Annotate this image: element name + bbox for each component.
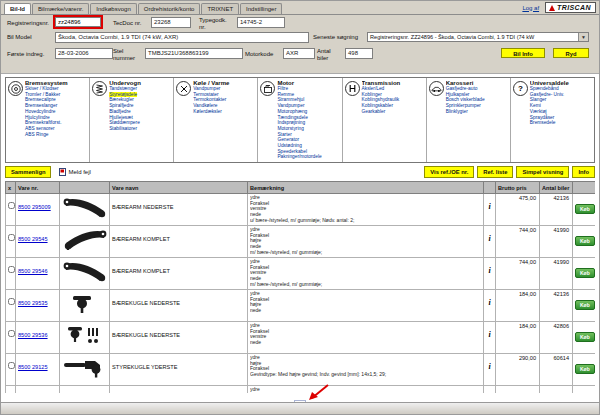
tab-indstillinger[interactable]: Indstillinger [240, 3, 282, 14]
motorkode-value: AXR [283, 48, 315, 59]
brake-disc-icon[interactable] [8, 81, 23, 96]
tab-bil-id[interactable]: Bil-Id [4, 3, 31, 14]
category-link-koblingskabler[interactable]: Koblingskabler [362, 103, 393, 109]
row-checkbox[interactable] [8, 234, 15, 241]
category-link-stabilisatorer[interactable]: Stabilisatorer [109, 126, 137, 132]
simpel-visning-button[interactable]: Simpel visning [516, 166, 569, 178]
category-link-spændebånd[interactable]: Spændebånd [530, 86, 559, 92]
category-link-tandstænger[interactable]: Tandstænger [109, 86, 137, 92]
part-number-link[interactable]: 8500 29536 [18, 332, 48, 338]
part-name: BÆREARM KOMPLET [112, 236, 170, 242]
category-karosseri: KarosseriGasfjedre-autoHjulkapslerBosch … [427, 78, 511, 162]
buy-button[interactable]: Køb [575, 268, 595, 278]
category-link-skiver-klodser[interactable]: Skiver / Klodser [25, 86, 59, 92]
registration-input[interactable] [55, 17, 101, 27]
price: 744,00 [496, 258, 540, 290]
category-link-abs-ringe[interactable]: ABS Ringe [25, 132, 48, 138]
tab-bilmærke-varenr[interactable]: Bilmærke/varenr. [32, 3, 89, 14]
category-link-aksler-led[interactable]: Aksler/Led [362, 86, 385, 92]
tab-ordrehistorik-konto[interactable]: Ordrehistorik/konto [138, 3, 201, 14]
bil-info-button[interactable]: Bil Info [501, 48, 545, 58]
category-link-sprinklerpumper[interactable]: Sprinklerpumper [446, 103, 481, 109]
part-name: BÆREARM KOMPLET [112, 268, 170, 274]
part-name: BÆREKUGLE NEDERSTE [112, 300, 180, 306]
info-icon[interactable]: i [488, 266, 490, 275]
ryd-button[interactable]: Ryd [553, 48, 589, 58]
meld-fejl-link[interactable]: Meld fejl [59, 168, 90, 176]
vehicle-header: Registreringsnr. TecDoc nr. 23268 Typego… [1, 15, 599, 74]
buy-button[interactable]: Køb [575, 236, 595, 246]
col-info [484, 182, 496, 194]
fan-icon[interactable] [176, 81, 191, 96]
typegodk-value[interactable]: 14745-2 [237, 17, 285, 28]
category-panel: BremsesystemSkiver / KlodserTromler / Ba… [5, 77, 595, 163]
category-link-hovedcylindre[interactable]: Hovedcylindre [25, 109, 55, 115]
part-number-link[interactable]: 8500 29125 [18, 364, 48, 370]
info-button[interactable]: Info [572, 166, 595, 178]
category-link-gasfjedre-auto[interactable]: Gasfjedre-auto [446, 86, 478, 92]
part-image-ball-joint-kit [62, 333, 106, 350]
sammenlign-button[interactable]: Sammenlign [5, 166, 51, 178]
category-link-udstødning[interactable]: Udstødning [277, 143, 302, 149]
category-link-filtre[interactable]: Filtre [277, 86, 288, 92]
log-off-link[interactable]: Log af [522, 5, 539, 11]
buy-button[interactable]: Køb [575, 300, 595, 310]
category-link-blinklygter[interactable]: Blinklygter [446, 109, 468, 115]
stel-label: Stel nummer [113, 48, 137, 61]
category-link-kølerdæksler[interactable]: Kølerdæksler [193, 109, 222, 115]
triscan-logo: TRISCAN [545, 2, 596, 13]
category-link-pakninger-motordele[interactable]: Pakninger/motordele [277, 154, 321, 160]
info-icon[interactable]: i [488, 362, 490, 371]
remark-line: nede [250, 340, 481, 346]
question-icon[interactable]: ? [513, 81, 528, 96]
price: 744,00 [496, 226, 540, 258]
category-link-vandkølere[interactable]: Vandkølere [193, 103, 217, 109]
bilmodel-value: Škoda, Octavia Combi, 1.9 TDI (74 kW, AX… [55, 32, 309, 43]
part-number-link[interactable]: 8500 29546 [18, 268, 48, 274]
category-link-spiralfjedre[interactable]: Spiralfjedre [109, 103, 133, 109]
category-link-motorophæng[interactable]: Motorophæng [277, 109, 307, 115]
engine-icon[interactable] [260, 81, 275, 96]
car-icon[interactable] [429, 81, 444, 96]
row-checkbox[interactable] [8, 362, 15, 369]
suspension-icon[interactable] [92, 81, 107, 96]
category-link-motorstyring[interactable]: Motorstyring [277, 126, 303, 132]
buy-button[interactable]: Køb [575, 204, 595, 214]
transmission-icon[interactable] [345, 81, 360, 96]
category-link-bremsedele[interactable]: Bremsedele [530, 120, 556, 126]
part-number-link[interactable]: 8500 295009 [18, 204, 51, 210]
info-icon[interactable]: i [488, 234, 490, 243]
part-name: BÆREARM NEDERSTE [112, 204, 174, 210]
part-number-link[interactable]: 8500 29545 [18, 236, 48, 242]
category-motor: MotorFiltreRemmeStrammehjulVandpumperMot… [258, 78, 342, 162]
buy-button[interactable]: Køb [575, 332, 595, 342]
category-link-gearkabler[interactable]: Gearkabler [362, 109, 386, 115]
tab-indkøbsvogn[interactable]: Indkøbsvogn [90, 3, 136, 14]
row-checkbox[interactable] [8, 298, 15, 305]
part-number-link[interactable]: 8500 29535 [18, 300, 48, 306]
category-link-bremseslanger[interactable]: Bremseslanger [25, 103, 57, 109]
buy-button[interactable]: Køb [575, 364, 595, 374]
info-icon[interactable]: i [488, 298, 490, 307]
row-checkbox[interactable] [8, 202, 15, 209]
horizontal-scrollbar[interactable] [1, 402, 599, 414]
info-icon[interactable]: i [488, 202, 490, 211]
ref-liste-button[interactable]: Ref. liste [477, 166, 513, 178]
part-image-control-arm-left [62, 205, 108, 222]
tab-trixnet[interactable]: TRIXNET [201, 3, 239, 14]
category-link-vandpumper[interactable]: Vandpumper [277, 103, 304, 109]
row-checkbox[interactable] [8, 330, 15, 337]
car-count: 41990 [540, 226, 573, 258]
seneste-dropdown[interactable]: Registreringsnr. ZZ24896 - Škoda, Octavi… [367, 32, 589, 42]
vis-ref-oe-nr-button[interactable]: Vis ref./OE nr. [424, 166, 474, 178]
table-row: 8500 29125STYREKUGLE YDERSTEydrehøjreFor… [6, 354, 596, 386]
car-count: 42136 [540, 194, 573, 226]
category-link-kemi[interactable]: Kemi [530, 103, 541, 109]
category-link-bladfjedre[interactable]: Bladfjedre [109, 109, 131, 115]
chevron-down-icon[interactable]: ▼ [578, 33, 588, 41]
category-link-abs-sensorer[interactable]: ABS sensorer [25, 126, 55, 132]
category-link-vandpumper[interactable]: Vandpumper [193, 86, 220, 92]
row-checkbox[interactable] [8, 266, 15, 273]
info-icon[interactable]: i [488, 330, 490, 339]
category-link-værktøj[interactable]: Værktøj [530, 109, 547, 115]
